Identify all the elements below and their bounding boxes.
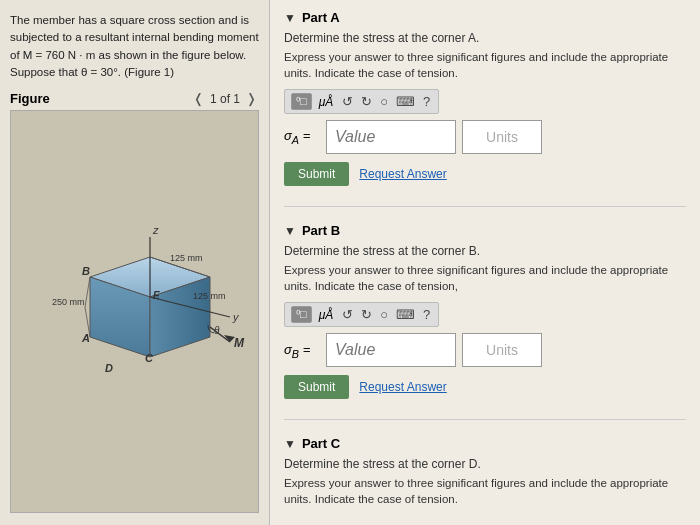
keyboard-icon-b[interactable]: ⌨ xyxy=(394,307,417,322)
svg-line-11 xyxy=(85,277,90,307)
redo-icon-b[interactable]: ↻ xyxy=(359,307,374,322)
svg-text:A: A xyxy=(81,332,90,344)
part-b-title: Part B xyxy=(302,223,340,238)
part-c-section: ▼ Part C Determine the stress at the cor… xyxy=(284,436,686,515)
divider-bc xyxy=(284,419,686,420)
figure-label: Figure xyxy=(10,91,50,106)
page-info: 1 of 1 xyxy=(210,92,240,106)
part-a-request-button[interactable]: Request Answer xyxy=(359,167,446,181)
part-b-units-box[interactable]: Units xyxy=(462,333,542,367)
superscript-button-b[interactable]: ⁰□ xyxy=(291,306,312,323)
svg-text:B: B xyxy=(82,265,90,277)
figure-area: Figure ❬ 1 of 1 ❭ xyxy=(10,91,259,513)
redo-icon-a[interactable]: ↻ xyxy=(359,94,374,109)
part-b-answer-row: σB = Units xyxy=(284,333,686,367)
part-a-answer-row: σA = Units xyxy=(284,120,686,154)
svg-text:y: y xyxy=(232,311,240,323)
part-a-toolbar: ⁰□ μÅ ↺ ↻ ○ ⌨ ? xyxy=(284,89,439,114)
part-a-title: Part A xyxy=(302,10,340,25)
svg-text:z: z xyxy=(152,224,159,236)
part-a-submit-button[interactable]: Submit xyxy=(284,162,349,186)
part-b-toolbar: ⁰□ μÅ ↺ ↻ ○ ⌨ ? xyxy=(284,302,439,327)
svg-text:E: E xyxy=(153,290,160,301)
part-a-label: σA = xyxy=(284,128,320,146)
part-c-arrow: ▼ xyxy=(284,437,296,451)
right-panel: ▼ Part A Determine the stress at the cor… xyxy=(270,0,700,525)
figure-header: Figure ❬ 1 of 1 ❭ xyxy=(10,91,259,106)
superscript-button-a[interactable]: ⁰□ xyxy=(291,93,312,110)
svg-text:θ: θ xyxy=(214,325,220,336)
part-b-label: σB = xyxy=(284,342,320,360)
figure-nav: ❬ 1 of 1 ❭ xyxy=(191,91,259,106)
part-a-section: ▼ Part A Determine the stress at the cor… xyxy=(284,10,686,190)
next-figure-button[interactable]: ❭ xyxy=(244,91,259,106)
left-panel: The member has a square cross section an… xyxy=(0,0,270,525)
problem-text: The member has a square cross section an… xyxy=(10,12,259,81)
part-b-instruction: Express your answer to three significant… xyxy=(284,262,686,294)
part-a-header: ▼ Part A xyxy=(284,10,686,25)
help-icon-b[interactable]: ? xyxy=(421,307,432,322)
part-a-value-input[interactable] xyxy=(326,120,456,154)
greek-symbol-b: μÅ xyxy=(316,307,337,323)
part-b-submit-row: Submit Request Answer xyxy=(284,375,686,399)
svg-text:250 mm: 250 mm xyxy=(52,297,85,307)
part-c-question: Determine the stress at the corner D. xyxy=(284,457,686,471)
part-b-request-button[interactable]: Request Answer xyxy=(359,380,446,394)
keyboard-icon-a[interactable]: ⌨ xyxy=(394,94,417,109)
svg-text:M: M xyxy=(234,336,245,350)
undo-icon-a[interactable]: ↺ xyxy=(340,94,355,109)
part-a-units-box[interactable]: Units xyxy=(462,120,542,154)
figure-canvas: z y 125 mm 125 mm 250 mm B A C D xyxy=(10,110,259,513)
part-c-title: Part C xyxy=(302,436,340,451)
part-b-arrow: ▼ xyxy=(284,224,296,238)
prev-figure-button[interactable]: ❬ xyxy=(191,91,206,106)
part-a-instruction: Express your answer to three significant… xyxy=(284,49,686,81)
part-b-value-input[interactable] xyxy=(326,333,456,367)
help-icon-a[interactable]: ? xyxy=(421,94,432,109)
part-b-question: Determine the stress at the corner B. xyxy=(284,244,686,258)
part-c-header: ▼ Part C xyxy=(284,436,686,451)
greek-symbol-a: μÅ xyxy=(316,94,337,110)
part-b-section: ▼ Part B Determine the stress at the cor… xyxy=(284,223,686,403)
reset-icon-b[interactable]: ○ xyxy=(378,307,390,322)
part-c-instruction: Express your answer to three significant… xyxy=(284,475,686,507)
svg-text:125 mm: 125 mm xyxy=(193,291,226,301)
svg-text:125 mm: 125 mm xyxy=(170,253,203,263)
part-b-header: ▼ Part B xyxy=(284,223,686,238)
svg-text:D: D xyxy=(105,362,113,374)
figure-svg: z y 125 mm 125 mm 250 mm B A C D xyxy=(20,217,250,407)
reset-icon-a[interactable]: ○ xyxy=(378,94,390,109)
part-b-submit-button[interactable]: Submit xyxy=(284,375,349,399)
divider-ab xyxy=(284,206,686,207)
svg-text:C: C xyxy=(145,352,154,364)
part-a-submit-row: Submit Request Answer xyxy=(284,162,686,186)
part-a-arrow: ▼ xyxy=(284,11,296,25)
part-a-question: Determine the stress at the corner A. xyxy=(284,31,686,45)
svg-line-18 xyxy=(210,327,230,342)
undo-icon-b[interactable]: ↺ xyxy=(340,307,355,322)
